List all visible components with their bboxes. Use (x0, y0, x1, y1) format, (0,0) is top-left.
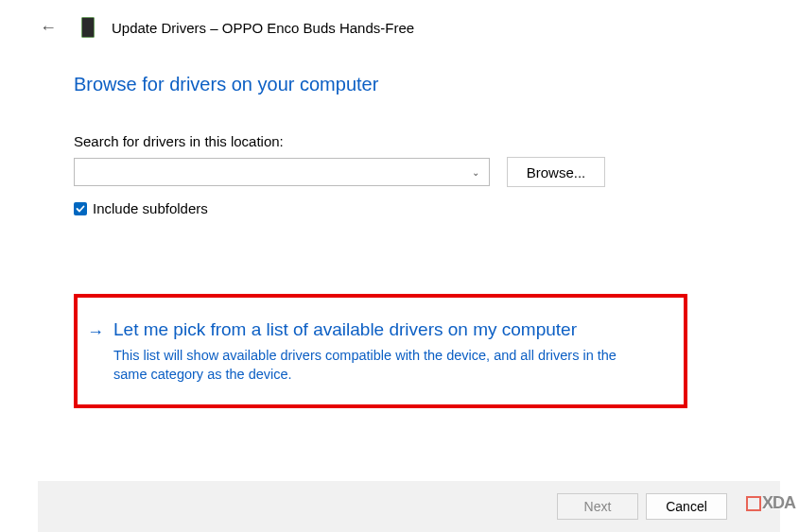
browse-button[interactable]: Browse... (507, 157, 605, 187)
watermark: XDA (746, 493, 795, 513)
back-button[interactable]: ← (40, 18, 57, 38)
search-row: ⌄ Browse... (74, 157, 799, 187)
include-subfolders-row: Include subfolders (74, 200, 799, 216)
option-title: Let me pick from a list of available dri… (113, 318, 643, 342)
include-subfolders-label: Include subfolders (93, 200, 208, 216)
search-location-label: Search for drivers in this location: (74, 133, 799, 149)
titlebar: ← Update Drivers – OPPO Enco Buds Hands-… (0, 0, 799, 38)
device-icon (81, 17, 95, 38)
watermark-logo-icon (746, 496, 761, 511)
highlighted-option-box: → Let me pick from a list of available d… (74, 294, 687, 408)
location-combobox[interactable]: ⌄ (74, 158, 490, 186)
page-heading: Browse for drivers on your computer (74, 74, 799, 95)
arrow-right-icon: → (87, 318, 104, 344)
cancel-button[interactable]: Cancel (646, 493, 727, 520)
include-subfolders-checkbox[interactable] (74, 202, 87, 215)
watermark-text: XDA (762, 493, 795, 513)
pick-from-list-option[interactable]: → Let me pick from a list of available d… (87, 318, 665, 384)
window-title: Update Drivers – OPPO Enco Buds Hands-Fr… (112, 20, 414, 36)
option-description: This list will show available drivers co… (113, 346, 643, 385)
next-button[interactable]: Next (557, 493, 638, 520)
content-area: Browse for drivers on your computer Sear… (0, 38, 799, 408)
dialog-footer: Next Cancel (38, 481, 780, 532)
option-text-group: Let me pick from a list of available dri… (113, 318, 643, 384)
chevron-down-icon: ⌄ (472, 167, 479, 178)
checkmark-icon (76, 204, 85, 214)
